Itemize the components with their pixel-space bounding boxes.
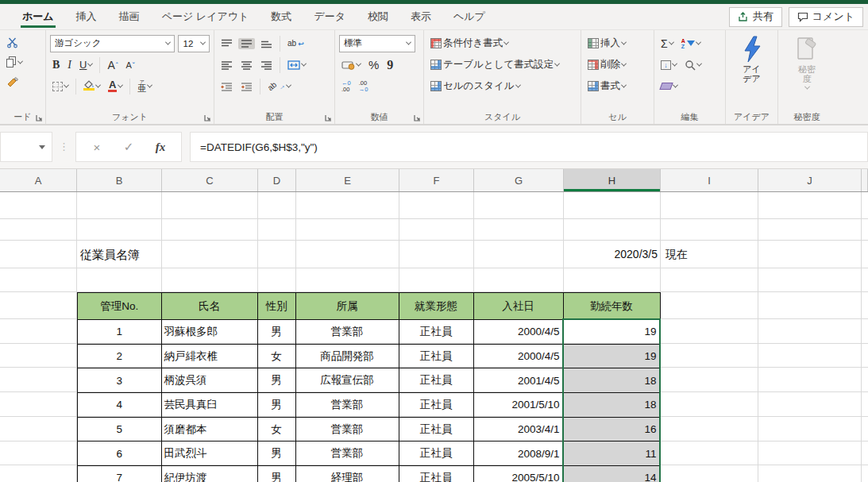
enter-button[interactable]: ✓ bbox=[113, 140, 145, 154]
tab-help[interactable]: ヘルプ bbox=[442, 4, 496, 29]
bold-button[interactable]: B bbox=[50, 58, 62, 72]
column-header-J[interactable]: J bbox=[758, 169, 862, 191]
as-of-suffix-cell[interactable]: 現在 bbox=[665, 241, 688, 268]
spreadsheet-cell[interactable]: 正社員 bbox=[399, 442, 474, 466]
spreadsheet-cell[interactable]: 所属 bbox=[296, 293, 399, 320]
accounting-format-button[interactable] bbox=[339, 60, 363, 71]
spreadsheet-cell[interactable]: 正社員 bbox=[399, 345, 474, 369]
cut-button[interactable] bbox=[4, 36, 21, 49]
spreadsheet-cell[interactable]: 19 bbox=[564, 320, 661, 345]
spreadsheet-cell[interactable]: 2001/4/5 bbox=[474, 368, 564, 393]
ideas-button[interactable]: アイデア bbox=[732, 33, 772, 83]
italic-button[interactable]: I bbox=[65, 58, 74, 72]
tab-formulas[interactable]: 数式 bbox=[260, 4, 303, 29]
comments-button[interactable]: コメント bbox=[789, 7, 863, 27]
spreadsheet-cell[interactable]: 19 bbox=[564, 345, 661, 369]
column-header-partial[interactable] bbox=[862, 169, 868, 191]
insert-cells-button[interactable]: 挿入 bbox=[585, 36, 628, 51]
tab-home[interactable]: ホーム bbox=[11, 4, 65, 29]
spreadsheet-cell[interactable]: 男 bbox=[258, 368, 296, 393]
spreadsheet-cell[interactable]: 納戸緋衣椎 bbox=[162, 345, 258, 369]
spreadsheet-cell[interactable]: 男 bbox=[258, 466, 296, 482]
spreadsheet-cell[interactable]: 経理部 bbox=[296, 466, 399, 482]
name-box[interactable] bbox=[0, 132, 52, 162]
decrease-indent-button[interactable] bbox=[218, 81, 235, 92]
clipboard-dialog-launcher[interactable] bbox=[36, 114, 43, 121]
align-center-button[interactable] bbox=[238, 60, 255, 71]
tab-draw[interactable]: 描画 bbox=[108, 4, 151, 29]
spreadsheet-cell[interactable]: 就業形態 bbox=[399, 293, 474, 320]
decrease-font-button[interactable]: Aˇ bbox=[123, 60, 137, 71]
column-header-E[interactable]: E bbox=[296, 169, 399, 191]
spreadsheet-cell[interactable]: 正社員 bbox=[399, 418, 474, 442]
spreadsheet-cell[interactable]: 正社員 bbox=[399, 393, 474, 418]
spreadsheet-cell[interactable]: 18 bbox=[564, 393, 661, 418]
conditional-formatting-button[interactable]: 条件付き書式 bbox=[428, 36, 511, 51]
wrap-text-button[interactable]: ab↩ bbox=[285, 38, 307, 48]
sheet-title-cell[interactable]: 従業員名簿 bbox=[80, 241, 140, 268]
spreadsheet-cell[interactable]: 4 bbox=[78, 393, 162, 418]
spreadsheet-cell[interactable]: 3 bbox=[78, 368, 162, 393]
spreadsheet-cell[interactable]: 16 bbox=[564, 418, 661, 442]
decrease-decimal-button[interactable]: .00→0 bbox=[357, 79, 371, 93]
spreadsheet-cell[interactable]: 2003/4/1 bbox=[474, 418, 564, 442]
spreadsheet-cell[interactable]: 女 bbox=[258, 345, 296, 369]
spreadsheet-cell[interactable]: 2000/4/5 bbox=[474, 320, 564, 345]
align-top-button[interactable] bbox=[218, 38, 235, 49]
borders-button[interactable] bbox=[50, 81, 71, 92]
font-color-button[interactable]: A bbox=[106, 79, 125, 93]
spreadsheet-cell[interactable]: 柄波呉須 bbox=[162, 368, 258, 393]
name-box-dropdown-icon[interactable] bbox=[39, 145, 45, 149]
spreadsheet-cell[interactable]: 紀伊坊渡 bbox=[162, 466, 258, 482]
spreadsheet-cell[interactable]: 氏名 bbox=[162, 293, 258, 320]
font-name-combo[interactable]: 游ゴシック bbox=[50, 35, 175, 52]
spreadsheet-cell[interactable]: 営業部 bbox=[296, 442, 399, 466]
spreadsheet-cell[interactable]: 2 bbox=[78, 345, 162, 369]
spreadsheet-cell[interactable]: 6 bbox=[78, 442, 162, 466]
format-as-table-button[interactable]: テーブルとして書式設定 bbox=[428, 57, 561, 72]
underline-button[interactable]: U bbox=[77, 58, 95, 71]
tab-insert[interactable]: 挿入 bbox=[65, 4, 108, 29]
spreadsheet-cell[interactable]: 14 bbox=[564, 466, 661, 482]
tab-data[interactable]: データ bbox=[303, 4, 357, 29]
spreadsheet-cell[interactable]: 1 bbox=[78, 320, 162, 345]
spreadsheet-cell[interactable]: 男 bbox=[258, 442, 296, 466]
cancel-button[interactable]: × bbox=[81, 141, 113, 154]
spreadsheet-cell[interactable]: 営業部 bbox=[296, 320, 399, 345]
sheet-canvas[interactable]: 従業員名簿2020/3/5現在管理No.氏名性別所属就業形態入社日勤続年数1羽蘇… bbox=[0, 192, 868, 482]
spreadsheet-cell[interactable]: 5 bbox=[78, 418, 162, 442]
font-size-combo[interactable]: 12 bbox=[178, 35, 210, 52]
fill-color-button[interactable] bbox=[81, 82, 102, 91]
spreadsheet-cell[interactable]: 入社日 bbox=[474, 293, 564, 320]
increase-indent-button[interactable] bbox=[238, 81, 255, 92]
column-header-C[interactable]: C bbox=[162, 169, 258, 191]
spreadsheet-cell[interactable]: 2005/5/10 bbox=[474, 466, 564, 482]
spreadsheet-cell[interactable]: 正社員 bbox=[399, 320, 474, 345]
spreadsheet-cell[interactable]: 女 bbox=[258, 418, 296, 442]
number-format-combo[interactable]: 標準 bbox=[339, 35, 415, 52]
copy-button[interactable] bbox=[4, 56, 25, 68]
clear-button[interactable] bbox=[658, 82, 680, 91]
spreadsheet-cell[interactable]: 男 bbox=[258, 320, 296, 345]
spreadsheet-cell[interactable]: 2008/9/1 bbox=[474, 442, 564, 466]
fill-button[interactable]: ↓ bbox=[658, 60, 679, 71]
formula-input[interactable]: =DATEDIF(G6,$H$3,"y") bbox=[190, 132, 868, 162]
spreadsheet-cell[interactable]: 男 bbox=[258, 393, 296, 418]
align-bottom-button[interactable] bbox=[258, 38, 275, 49]
percent-style-button[interactable]: % bbox=[366, 57, 381, 72]
phonetic-button[interactable]: ア亜 bbox=[135, 79, 154, 94]
increase-decimal-button[interactable]: ←0.00 bbox=[339, 79, 353, 93]
number-dialog-launcher[interactable] bbox=[414, 114, 421, 121]
spreadsheet-cell[interactable]: 芸民具真臼 bbox=[162, 393, 258, 418]
align-left-button[interactable] bbox=[218, 60, 235, 71]
column-header-A[interactable]: A bbox=[0, 169, 77, 191]
font-dialog-launcher[interactable] bbox=[204, 114, 211, 121]
spreadsheet-cell[interactable]: 7 bbox=[78, 466, 162, 482]
tab-page-layout[interactable]: ページ レイアウト bbox=[151, 4, 260, 29]
spreadsheet-cell[interactable]: 2000/4/5 bbox=[474, 345, 564, 369]
column-header-H[interactable]: H bbox=[564, 169, 661, 191]
tab-view[interactable]: 表示 bbox=[399, 4, 442, 29]
spreadsheet-cell[interactable]: 正社員 bbox=[399, 368, 474, 393]
spreadsheet-cell[interactable]: 羽蘇根多郎 bbox=[162, 320, 258, 345]
find-select-button[interactable] bbox=[682, 59, 704, 71]
